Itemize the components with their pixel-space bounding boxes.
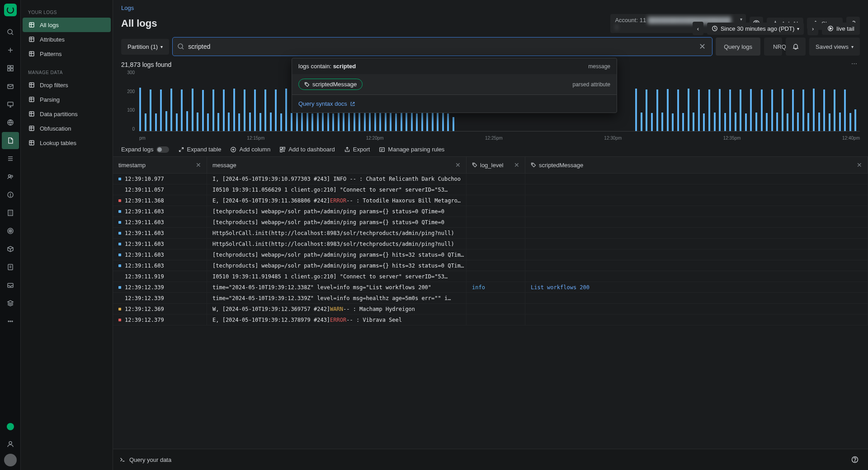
time-prev-button[interactable]: ‹ bbox=[693, 22, 703, 35]
chart-bar[interactable] bbox=[192, 89, 193, 131]
chart-bar[interactable] bbox=[207, 113, 209, 131]
table-row[interactable]: 12:39:11.603[techproducts] webapp=/solr … bbox=[113, 249, 868, 260]
autocomplete-row-scriptedmessage[interactable]: scriptedMessage parsed attribute bbox=[292, 74, 617, 94]
chart-bar[interactable] bbox=[641, 113, 642, 131]
chart-bar[interactable] bbox=[740, 89, 741, 131]
rail-monitor-icon[interactable] bbox=[2, 96, 19, 113]
hint-icon[interactable] bbox=[7, 423, 14, 430]
table-row[interactable]: 12:39:11.603[techproducts] webapp=/solr … bbox=[113, 206, 868, 217]
chart-bar[interactable] bbox=[259, 113, 261, 131]
chart-bar[interactable] bbox=[646, 89, 647, 131]
chart-bar[interactable] bbox=[771, 89, 773, 131]
chart-bar[interactable] bbox=[233, 89, 235, 131]
chart-bar[interactable] bbox=[766, 113, 768, 131]
rail-grid-icon[interactable] bbox=[2, 60, 19, 77]
chart-bar[interactable] bbox=[202, 90, 204, 131]
chart-bar[interactable] bbox=[150, 89, 151, 131]
table-row[interactable]: 12:39:11.057I0510 19:39:11.056629 1 clie… bbox=[113, 184, 868, 195]
time-range-picker[interactable]: Since 30 minutes ago (PDT) ▾ bbox=[707, 23, 804, 35]
chart-bar[interactable] bbox=[453, 117, 454, 131]
chart-bar[interactable] bbox=[186, 111, 188, 131]
chart-bar[interactable] bbox=[708, 89, 710, 131]
rail-inbox-icon[interactable] bbox=[2, 277, 19, 294]
rail-target-icon[interactable] bbox=[2, 222, 19, 240]
chart-bar[interactable] bbox=[437, 113, 439, 131]
chart-bar[interactable] bbox=[667, 89, 669, 131]
remove-column-button[interactable]: ✕ bbox=[514, 161, 519, 169]
rail-stack-icon[interactable] bbox=[2, 295, 19, 312]
autocomplete-row-message[interactable]: logs contain: scripted message bbox=[292, 58, 617, 74]
remove-column-button[interactable]: ✕ bbox=[857, 161, 862, 169]
chart-more-button[interactable]: ⋯ bbox=[851, 60, 857, 67]
chart-bar[interactable] bbox=[181, 89, 183, 131]
rail-list-icon[interactable] bbox=[2, 150, 19, 167]
chart-bar[interactable] bbox=[264, 89, 266, 131]
chart-bar[interactable] bbox=[395, 113, 397, 131]
chart-bar[interactable] bbox=[275, 89, 277, 131]
chart-bar[interactable] bbox=[745, 113, 747, 131]
chart-bar[interactable] bbox=[406, 113, 407, 131]
alerts-button[interactable] bbox=[786, 38, 806, 56]
chart-bar[interactable] bbox=[714, 113, 716, 131]
sidebar-item-all-logs[interactable]: All logs bbox=[23, 18, 111, 32]
chart-bar[interactable] bbox=[677, 89, 679, 131]
chart-bar[interactable] bbox=[719, 89, 721, 131]
table-row[interactable]: 12:39:12.339time="2024-05-10T19:39:12.33… bbox=[113, 293, 868, 304]
chart-bar[interactable] bbox=[661, 113, 663, 131]
rail-globe-icon[interactable] bbox=[2, 114, 19, 131]
chart-bar[interactable] bbox=[797, 113, 799, 131]
table-row[interactable]: 12:39:12.339time="2024-05-10T19:39:12.33… bbox=[113, 282, 868, 293]
chart-bar[interactable] bbox=[755, 113, 757, 131]
chart-bar[interactable] bbox=[672, 113, 674, 131]
app-logo[interactable] bbox=[4, 4, 17, 16]
query-logs-button[interactable]: Query logs bbox=[716, 38, 760, 56]
chart-bar[interactable] bbox=[834, 89, 835, 131]
export-button[interactable]: Export bbox=[344, 146, 370, 153]
chart-bar[interactable] bbox=[223, 89, 225, 131]
chart-bar[interactable] bbox=[238, 113, 240, 131]
footer-help-button[interactable] bbox=[848, 453, 862, 466]
rail-search-icon[interactable] bbox=[2, 24, 19, 41]
expand-logs-toggle[interactable]: Expand logs bbox=[121, 146, 169, 153]
chart-bar[interactable] bbox=[682, 113, 684, 131]
chart-bar[interactable] bbox=[160, 89, 162, 131]
chart-bar[interactable] bbox=[145, 113, 146, 131]
chart-bar[interactable] bbox=[750, 89, 752, 131]
time-next-button[interactable]: › bbox=[807, 22, 818, 35]
chart-bar[interactable] bbox=[217, 113, 219, 131]
search-field[interactable]: ✕ bbox=[173, 38, 712, 56]
nrql-button[interactable]: NRQL bbox=[764, 38, 782, 56]
toggle-switch[interactable] bbox=[156, 146, 169, 153]
chart-bar[interactable] bbox=[651, 113, 653, 131]
chart-bar[interactable] bbox=[374, 113, 376, 131]
chart-bar[interactable] bbox=[807, 113, 809, 131]
table-row[interactable]: 12:39:12.369W, [2024-05-10T19:39:12.3697… bbox=[113, 304, 868, 315]
avatar[interactable] bbox=[4, 454, 17, 466]
chart-bar[interactable] bbox=[818, 113, 820, 131]
add-column-button[interactable]: Add column bbox=[230, 146, 270, 153]
chart-bar[interactable] bbox=[364, 113, 366, 131]
chart-bar[interactable] bbox=[703, 113, 705, 131]
sidebar-item-patterns[interactable]: Patterns bbox=[21, 47, 113, 61]
table-row[interactable]: 12:39:11.919I0510 19:39:11.919485 1 clie… bbox=[113, 271, 868, 282]
chart-bar[interactable] bbox=[792, 89, 794, 131]
chart-bar[interactable] bbox=[212, 89, 214, 131]
chart-bar[interactable] bbox=[285, 89, 287, 131]
chart-bar[interactable] bbox=[854, 109, 856, 131]
search-input[interactable] bbox=[188, 43, 697, 50]
column-header-message[interactable]: message ✕ bbox=[207, 157, 467, 173]
chart-bar[interactable] bbox=[416, 113, 418, 131]
sidebar-item-obfuscation[interactable]: Obfuscation bbox=[21, 121, 113, 136]
chart-bar[interactable] bbox=[426, 113, 428, 131]
chart-bar[interactable] bbox=[829, 113, 830, 131]
chart-bar[interactable] bbox=[228, 113, 230, 131]
chart-bar[interactable] bbox=[332, 113, 334, 131]
sidebar-item-data-partitions[interactable]: Data partitions bbox=[21, 107, 113, 121]
chart-bar[interactable] bbox=[322, 113, 324, 131]
table-row[interactable]: 12:39:11.603HttpSolrCall.init(http://loc… bbox=[113, 239, 868, 249]
chart-bar[interactable] bbox=[776, 113, 778, 131]
query-syntax-docs-link[interactable]: Query syntax docs bbox=[298, 100, 355, 107]
rail-box-icon[interactable] bbox=[2, 240, 19, 258]
add-to-dashboard-button[interactable]: Add to dashboard bbox=[279, 146, 335, 153]
chart-bar[interactable] bbox=[270, 113, 272, 131]
